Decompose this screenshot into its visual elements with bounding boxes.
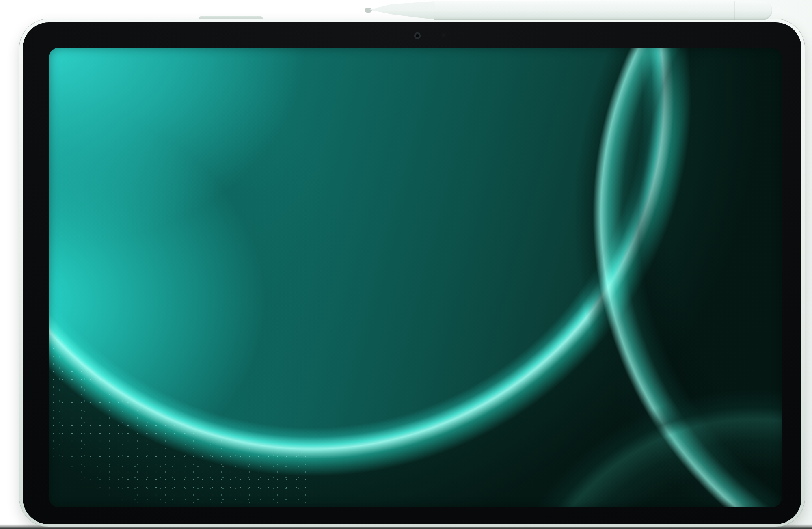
tablet-device [19,19,805,527]
ambient-light-sensor [442,33,446,37]
s-pen-nib [365,8,372,13]
s-pen-body [434,1,772,20]
particle-speckles [49,283,309,507]
s-pen-tip-cone [369,1,441,20]
front-camera [414,32,421,39]
tablet-bezel [23,22,801,524]
tablet-screen [49,48,782,507]
s-pen-stylus [365,0,773,21]
product-photo-stage [0,0,812,529]
camera-lens [416,34,419,37]
